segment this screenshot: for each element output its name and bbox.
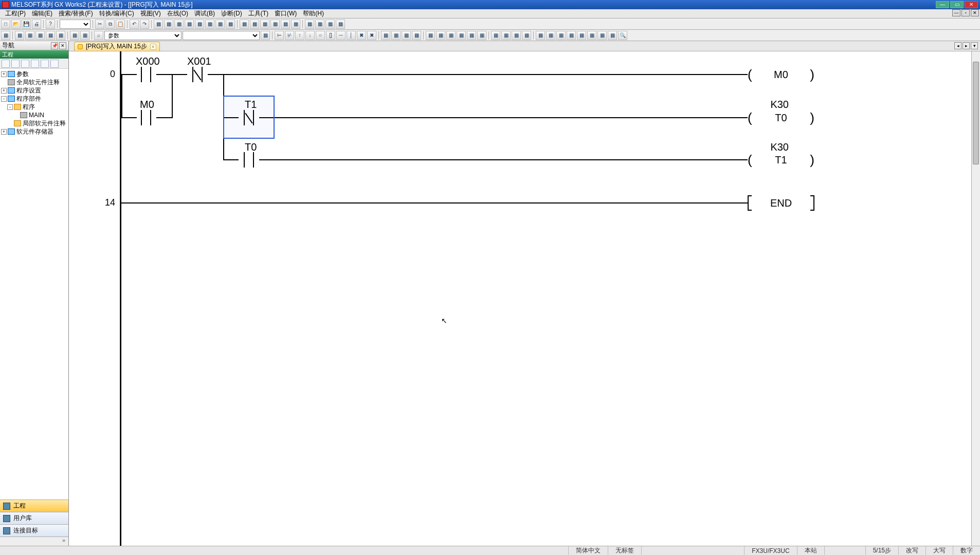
tb-ladder-icon[interactable]: ▦ (226, 20, 235, 29)
tree-item-global-comment[interactable]: 全局软元件注释 (0, 78, 68, 86)
nav-mini-btn[interactable] (50, 60, 59, 68)
tb-redo-icon[interactable]: ↷ (140, 20, 149, 29)
tb-ladder-icon[interactable]: ▦ (154, 20, 163, 29)
contact-no[interactable] (136, 67, 156, 82)
mdi-minimize-button[interactable]: — (952, 9, 960, 16)
tb-ladder-icon[interactable]: ▦ (270, 20, 280, 29)
tb-ladder-icon[interactable]: ▦ (164, 20, 173, 29)
tb2-icon[interactable]: ▦ (35, 31, 45, 40)
nav-mini-btn[interactable] (31, 60, 39, 68)
navigator-tree[interactable]: +参数 全局软元件注释 +程序设置 -程序部件 -程序 MAIN 局部软元件注释… (0, 69, 68, 499)
menu-debug[interactable]: 调试(B) (191, 9, 218, 18)
nav-task-userlib[interactable]: 用户库 (0, 512, 68, 524)
tb-ladder-icon[interactable]: ▦ (291, 20, 300, 29)
tb2-find-icon[interactable]: ⌕ (94, 31, 103, 40)
tb-ladder-icon[interactable]: ▦ (260, 20, 269, 29)
tree-item-main[interactable]: MAIN (0, 111, 68, 119)
tb2-icon[interactable]: ▦ (512, 31, 521, 40)
tabstrip-prev-button[interactable]: ◂ (954, 42, 961, 49)
tb2-icon[interactable]: ▦ (446, 31, 456, 40)
tabstrip-menu-button[interactable]: ▾ (971, 42, 978, 49)
tb-ladder-icon[interactable]: ▦ (205, 20, 214, 29)
nav-mini-btn[interactable] (2, 60, 10, 68)
tb-cut-icon[interactable]: ✂ (95, 20, 104, 29)
tree-item-program-parts[interactable]: -程序部件 (0, 95, 68, 103)
vertical-scrollbar[interactable] (971, 51, 980, 546)
menu-online[interactable]: 在线(O) (164, 9, 191, 18)
menu-tools[interactable]: 工具(T) (245, 9, 271, 18)
tb2-vline-icon[interactable]: │ (347, 31, 356, 40)
tree-twisty-icon[interactable]: - (7, 104, 13, 110)
tb2-icon[interactable]: ▦ (522, 31, 531, 40)
nav-mini-btn[interactable] (11, 60, 20, 68)
tb2-icon[interactable]: ▦ (556, 31, 566, 40)
tree-twisty-icon[interactable]: + (1, 129, 7, 135)
tb-ladder-icon[interactable]: ▦ (315, 20, 324, 29)
mdi-restore-button[interactable]: ▫ (961, 9, 970, 16)
tb-ladder-icon[interactable]: ▦ (195, 20, 204, 29)
tree-item-params[interactable]: +参数 (0, 70, 68, 78)
tb2-icon[interactable]: ▦ (391, 31, 401, 40)
tb2-func-icon[interactable]: [] (326, 31, 335, 40)
menu-diag[interactable]: 诊断(D) (218, 9, 245, 18)
navigator-overflow-button[interactable]: » (0, 536, 68, 546)
tb-paste-icon[interactable]: 📋 (116, 20, 125, 29)
tb2-icon[interactable]: ▦ (477, 31, 486, 40)
nav-task-connection[interactable]: 连接目标 (0, 524, 68, 536)
contact-nc[interactable] (239, 110, 259, 125)
window-close-button[interactable]: ✕ (965, 1, 978, 8)
contact-nc[interactable] (187, 67, 208, 82)
tb2-icon[interactable]: ▦ (467, 31, 476, 40)
tb2-icon[interactable]: ▦ (536, 31, 545, 40)
tb-ladder-icon[interactable]: ▦ (174, 20, 184, 29)
tb2-icon[interactable]: ▦ (70, 31, 79, 40)
tb2-icon[interactable]: ▦ (597, 31, 607, 40)
tb2-icon[interactable]: ▦ (261, 31, 270, 40)
tb2-contact-nc-icon[interactable]: ⊬ (285, 31, 294, 40)
tb2-icon[interactable]: ▦ (608, 31, 617, 40)
navigator-close-button[interactable]: ✕ (59, 42, 66, 49)
tb-save-icon[interactable]: 💾 (22, 20, 31, 29)
tb2-icon[interactable]: ▦ (80, 31, 89, 40)
tb-ladder-icon[interactable]: ▦ (250, 20, 259, 29)
tb2-icon[interactable]: ▦ (457, 31, 466, 40)
navigator-pin-button[interactable]: 📌 (51, 42, 58, 49)
tree-twisty-icon[interactable]: - (1, 96, 7, 102)
coil[interactable]: ( T0 ) (748, 110, 814, 125)
tb-copy-icon[interactable]: ⧉ (105, 20, 115, 29)
document-tab-close-button[interactable]: × (150, 44, 156, 50)
tb-ladder-icon[interactable]: ▦ (185, 20, 194, 29)
coil[interactable]: ( T1 ) (748, 152, 814, 168)
tb-ladder-icon[interactable]: ▦ (281, 20, 290, 29)
menu-compile[interactable]: 转换/编译(C) (96, 9, 137, 18)
tb2-icon[interactable]: ▦ (46, 31, 55, 40)
end-instruction[interactable]: END (748, 195, 814, 211)
tb2-icon[interactable]: ▦ (56, 31, 65, 40)
tree-item-local-comment[interactable]: 局部软元件注释 (0, 119, 68, 127)
tree-twisty-icon[interactable]: + (1, 71, 7, 77)
tb2-icon[interactable]: ▦ (501, 31, 511, 40)
tree-twisty-icon[interactable]: + (1, 88, 7, 94)
menu-find[interactable]: 搜索/替换(F) (56, 9, 96, 18)
tb-zoom-combo[interactable] (60, 20, 90, 29)
window-minimize-button[interactable]: — (936, 1, 949, 8)
tb2-icon[interactable]: ▦ (402, 31, 411, 40)
tb-ladder-icon[interactable]: ▦ (336, 20, 345, 29)
window-maximize-button[interactable]: ▭ (950, 1, 964, 8)
menu-help[interactable]: 帮助(H) (300, 9, 327, 18)
tb-ladder-icon[interactable]: ▦ (215, 20, 225, 29)
tb2-del-vline-icon[interactable]: ✖ (367, 31, 376, 40)
tb2-zoom-icon[interactable]: 🔍 (618, 31, 627, 40)
tb-undo-icon[interactable]: ↶ (130, 20, 139, 29)
tb2-icon[interactable]: ▦ (412, 31, 421, 40)
tb-ladder-icon[interactable]: ▦ (240, 20, 249, 29)
tb2-icon[interactable]: ▦ (15, 31, 24, 40)
tb2-contact-n-icon[interactable]: ↓ (305, 31, 315, 40)
document-tab[interactable]: [PRG]写入 MAIN 15步 × (74, 42, 160, 51)
scrollbar-thumb[interactable] (973, 62, 979, 164)
tb-help-icon[interactable]: ? (46, 20, 55, 29)
ladder-editor[interactable]: 0 14 X000 X001 M0 T1 T0 (69, 51, 980, 546)
tb2-icon[interactable]: ▦ (577, 31, 586, 40)
nav-task-project[interactable]: 工程 (0, 499, 68, 512)
coil[interactable]: ( M0 ) (748, 67, 814, 82)
